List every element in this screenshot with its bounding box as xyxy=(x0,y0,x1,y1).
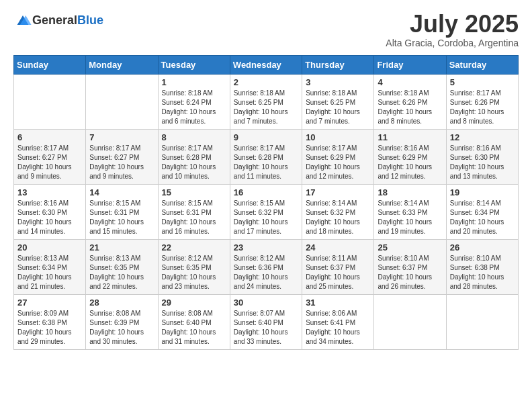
day-number: 28 xyxy=(89,298,154,308)
header-sunday: Sunday xyxy=(14,55,86,74)
day-cell: 8Sunrise: 8:17 AMSunset: 6:28 PMDaylight… xyxy=(158,129,230,184)
header-wednesday: Wednesday xyxy=(230,55,302,74)
subtitle: Alta Gracia, Cordoba, Argentina xyxy=(386,38,519,48)
day-number: 24 xyxy=(306,242,370,253)
header-friday: Friday xyxy=(374,55,446,74)
day-number: 26 xyxy=(450,242,515,253)
day-info: Sunrise: 8:16 AMSunset: 6:30 PMDaylight:… xyxy=(17,199,82,236)
header-monday: Monday xyxy=(86,55,158,74)
day-number: 16 xyxy=(234,187,298,197)
day-number: 31 xyxy=(306,298,370,308)
day-number: 9 xyxy=(234,132,298,142)
day-info: Sunrise: 8:16 AMSunset: 6:29 PMDaylight:… xyxy=(378,144,442,181)
day-cell: 27Sunrise: 8:09 AMSunset: 6:38 PMDayligh… xyxy=(14,294,86,349)
day-number: 10 xyxy=(306,132,370,142)
day-info: Sunrise: 8:15 AMSunset: 6:31 PMDaylight:… xyxy=(162,199,226,236)
day-info: Sunrise: 8:10 AMSunset: 6:38 PMDaylight:… xyxy=(450,254,515,291)
day-info: Sunrise: 8:17 AMSunset: 6:27 PMDaylight:… xyxy=(17,144,82,181)
day-cell: 19Sunrise: 8:14 AMSunset: 6:34 PMDayligh… xyxy=(446,184,518,239)
day-info: Sunrise: 8:17 AMSunset: 6:26 PMDaylight:… xyxy=(450,89,515,126)
week-row-5: 27Sunrise: 8:09 AMSunset: 6:38 PMDayligh… xyxy=(14,294,519,349)
day-number: 7 xyxy=(89,132,154,142)
day-cell: 2Sunrise: 8:18 AMSunset: 6:25 PMDaylight… xyxy=(230,74,302,129)
day-cell xyxy=(86,74,158,129)
week-row-4: 20Sunrise: 8:13 AMSunset: 6:34 PMDayligh… xyxy=(14,239,519,294)
day-info: Sunrise: 8:18 AMSunset: 6:25 PMDaylight:… xyxy=(306,89,370,126)
day-cell: 6Sunrise: 8:17 AMSunset: 6:27 PMDaylight… xyxy=(14,129,86,184)
day-cell xyxy=(446,294,518,349)
day-info: Sunrise: 8:07 AMSunset: 6:40 PMDaylight:… xyxy=(234,309,298,347)
day-cell: 10Sunrise: 8:17 AMSunset: 6:29 PMDayligh… xyxy=(302,129,374,184)
day-cell: 15Sunrise: 8:15 AMSunset: 6:31 PMDayligh… xyxy=(158,184,230,239)
day-cell: 14Sunrise: 8:15 AMSunset: 6:31 PMDayligh… xyxy=(86,184,158,239)
day-number: 30 xyxy=(234,298,298,308)
day-info: Sunrise: 8:13 AMSunset: 6:34 PMDaylight:… xyxy=(17,254,82,291)
day-cell: 11Sunrise: 8:16 AMSunset: 6:29 PMDayligh… xyxy=(374,129,446,184)
day-info: Sunrise: 8:18 AMSunset: 6:25 PMDaylight:… xyxy=(234,89,298,126)
logo-icon xyxy=(13,11,32,30)
day-number: 8 xyxy=(162,132,226,142)
day-number: 18 xyxy=(378,187,442,197)
header-tuesday: Tuesday xyxy=(158,55,230,74)
day-number: 2 xyxy=(234,77,298,87)
day-number: 21 xyxy=(89,242,154,253)
day-number: 22 xyxy=(162,242,226,253)
day-number: 1 xyxy=(162,77,226,87)
day-cell: 21Sunrise: 8:13 AMSunset: 6:35 PMDayligh… xyxy=(86,239,158,294)
day-cell: 28Sunrise: 8:08 AMSunset: 6:39 PMDayligh… xyxy=(86,294,158,349)
day-number: 17 xyxy=(306,187,370,197)
logo-general: General xyxy=(32,13,77,27)
day-number: 20 xyxy=(17,242,82,253)
day-number: 6 xyxy=(17,132,82,142)
day-number: 3 xyxy=(306,77,370,87)
day-number: 13 xyxy=(17,187,82,197)
day-info: Sunrise: 8:13 AMSunset: 6:35 PMDaylight:… xyxy=(89,254,154,291)
day-cell: 26Sunrise: 8:10 AMSunset: 6:38 PMDayligh… xyxy=(446,239,518,294)
day-info: Sunrise: 8:12 AMSunset: 6:36 PMDaylight:… xyxy=(234,254,298,291)
day-info: Sunrise: 8:14 AMSunset: 6:33 PMDaylight:… xyxy=(378,199,442,236)
day-cell: 30Sunrise: 8:07 AMSunset: 6:40 PMDayligh… xyxy=(230,294,302,349)
page-container: GeneralBlue July 2025 Alta Gracia, Cordo… xyxy=(13,11,519,350)
main-title: July 2025 xyxy=(386,11,519,38)
day-info: Sunrise: 8:18 AMSunset: 6:24 PMDaylight:… xyxy=(162,89,226,126)
day-cell xyxy=(374,294,446,349)
day-cell: 1Sunrise: 8:18 AMSunset: 6:24 PMDaylight… xyxy=(158,74,230,129)
day-cell: 22Sunrise: 8:12 AMSunset: 6:35 PMDayligh… xyxy=(158,239,230,294)
header-thursday: Thursday xyxy=(302,55,374,74)
day-info: Sunrise: 8:12 AMSunset: 6:35 PMDaylight:… xyxy=(162,254,226,291)
day-cell: 13Sunrise: 8:16 AMSunset: 6:30 PMDayligh… xyxy=(14,184,86,239)
day-number: 19 xyxy=(450,187,515,197)
day-info: Sunrise: 8:17 AMSunset: 6:28 PMDaylight:… xyxy=(234,144,298,181)
day-info: Sunrise: 8:09 AMSunset: 6:38 PMDaylight:… xyxy=(17,309,82,347)
day-cell: 20Sunrise: 8:13 AMSunset: 6:34 PMDayligh… xyxy=(14,239,86,294)
day-cell: 9Sunrise: 8:17 AMSunset: 6:28 PMDaylight… xyxy=(230,129,302,184)
header: GeneralBlue July 2025 Alta Gracia, Cordo… xyxy=(13,11,519,48)
week-row-1: 1Sunrise: 8:18 AMSunset: 6:24 PMDaylight… xyxy=(14,74,519,129)
day-cell: 23Sunrise: 8:12 AMSunset: 6:36 PMDayligh… xyxy=(230,239,302,294)
day-info: Sunrise: 8:14 AMSunset: 6:34 PMDaylight:… xyxy=(450,199,515,236)
week-row-3: 13Sunrise: 8:16 AMSunset: 6:30 PMDayligh… xyxy=(14,184,519,239)
calendar-table: Sunday Monday Tuesday Wednesday Thursday… xyxy=(13,55,519,350)
day-number: 23 xyxy=(234,242,298,253)
day-number: 5 xyxy=(450,77,515,87)
day-number: 27 xyxy=(17,298,82,308)
day-cell: 29Sunrise: 8:08 AMSunset: 6:40 PMDayligh… xyxy=(158,294,230,349)
day-cell: 31Sunrise: 8:06 AMSunset: 6:41 PMDayligh… xyxy=(302,294,374,349)
day-info: Sunrise: 8:10 AMSunset: 6:37 PMDaylight:… xyxy=(378,254,442,291)
weekday-header-row: Sunday Monday Tuesday Wednesday Thursday… xyxy=(14,55,519,74)
day-cell: 4Sunrise: 8:18 AMSunset: 6:26 PMDaylight… xyxy=(374,74,446,129)
day-cell: 16Sunrise: 8:15 AMSunset: 6:32 PMDayligh… xyxy=(230,184,302,239)
day-info: Sunrise: 8:08 AMSunset: 6:39 PMDaylight:… xyxy=(89,309,154,347)
day-info: Sunrise: 8:17 AMSunset: 6:27 PMDaylight:… xyxy=(89,144,154,181)
day-cell: 18Sunrise: 8:14 AMSunset: 6:33 PMDayligh… xyxy=(374,184,446,239)
day-info: Sunrise: 8:06 AMSunset: 6:41 PMDaylight:… xyxy=(306,309,370,347)
logo: GeneralBlue xyxy=(13,11,103,30)
day-info: Sunrise: 8:15 AMSunset: 6:31 PMDaylight:… xyxy=(89,199,154,236)
day-info: Sunrise: 8:18 AMSunset: 6:26 PMDaylight:… xyxy=(378,89,442,126)
day-cell xyxy=(14,74,86,129)
day-number: 25 xyxy=(378,242,442,253)
day-cell: 7Sunrise: 8:17 AMSunset: 6:27 PMDaylight… xyxy=(86,129,158,184)
day-number: 15 xyxy=(162,187,226,197)
header-saturday: Saturday xyxy=(446,55,518,74)
logo-blue: Blue xyxy=(77,13,103,27)
